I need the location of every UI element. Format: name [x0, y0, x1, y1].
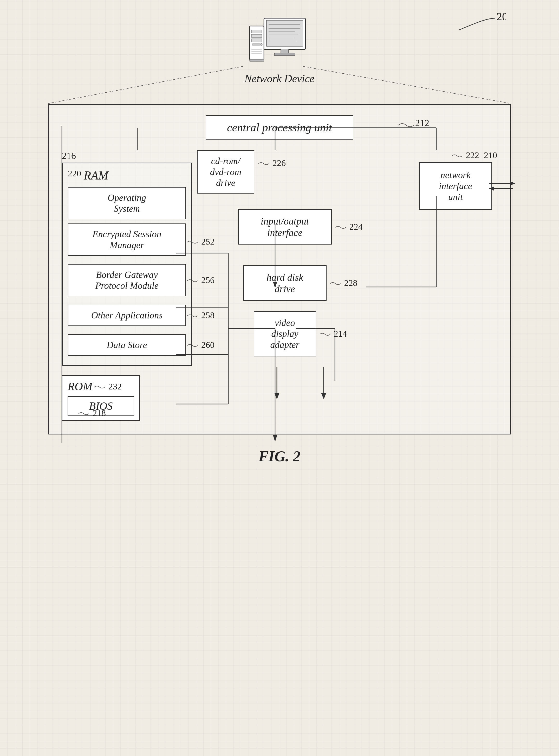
- os-box: OperatingSystem: [68, 187, 186, 219]
- body-section: 216 220 RAM OperatingSystem: [62, 150, 497, 421]
- ref-232-wavy: [94, 384, 107, 390]
- ref-224-wavy: [335, 224, 349, 230]
- computer-icon: [248, 16, 311, 70]
- ref-214-wavy: [320, 331, 333, 337]
- arrow-down-right: [316, 367, 332, 401]
- network-device-container: Network Device: [244, 16, 314, 85]
- svg-marker-29: [489, 187, 494, 191]
- ref-224-text: 224: [350, 222, 363, 232]
- ref-228-text: 228: [344, 278, 358, 288]
- ref-220-text: 220: [68, 169, 81, 178]
- network-device-label: Network Device: [244, 72, 314, 85]
- svg-marker-25: [321, 393, 326, 399]
- cpu-label: central processing unit: [227, 121, 332, 134]
- ref-222-wavy-top: [452, 152, 465, 158]
- ref-226-text: 226: [272, 158, 286, 168]
- svg-marker-23: [274, 393, 280, 399]
- ref-216-container: 216: [62, 150, 187, 161]
- esm-box: Encrypted SessionManager: [68, 223, 186, 256]
- ref-222-top-text: 222: [466, 150, 479, 160]
- ref-216-text: 216: [62, 151, 76, 161]
- oa-box: Other Applications: [68, 305, 186, 326]
- svg-rect-11: [251, 30, 262, 33]
- ref-218-text: 218: [93, 408, 106, 418]
- ram-label-row: 220 RAM: [68, 169, 186, 182]
- vda-area: videodisplayadapter 214: [254, 311, 347, 357]
- ref-200-arrow-svg: 200: [448, 13, 506, 31]
- ref-214-container: 214: [320, 329, 347, 339]
- cpu-section: central processing unit 212: [62, 115, 497, 140]
- ref-224-container: 224: [335, 222, 363, 232]
- svg-rect-13: [251, 39, 262, 42]
- svg-line-20: [48, 66, 243, 104]
- io-box: input/outputinterface: [238, 209, 332, 244]
- ref-212-container: 212: [398, 117, 429, 131]
- svg-rect-12: [251, 34, 262, 38]
- io-label: input/outputinterface: [261, 216, 309, 238]
- rom-box: ROM 232 BIOS: [62, 375, 140, 421]
- ref-214-text: 214: [334, 329, 347, 339]
- os-label: OperatingSystem: [108, 193, 146, 214]
- page-container: 200: [32, 10, 527, 465]
- cdrom-label: cd-rom/dvd-romdrive: [210, 156, 242, 188]
- vda-label: videodisplayadapter: [270, 318, 299, 350]
- ref-210-text: 210: [484, 150, 497, 160]
- ref-226-container: 226: [259, 158, 286, 168]
- ref-222-210-row: 222 210: [452, 150, 497, 160]
- bgp-label: Border GatewayProtocol Module: [95, 269, 159, 291]
- cdrom-area: cd-rom/dvd-romdrive 226: [197, 150, 286, 194]
- diagram-wrapper: central processing unit 212 216: [48, 104, 511, 434]
- niu-container: networkinterfaceunit: [419, 162, 492, 210]
- oa-row: Other Applications 258: [68, 301, 186, 330]
- rom-section: ROM 232 BIOS: [62, 375, 187, 421]
- arrow-down-left: [269, 367, 285, 401]
- ref-218-container: 218: [79, 408, 106, 418]
- ram-box: 220 RAM OperatingSystem Encrypted Sessio…: [62, 163, 192, 366]
- rom-label: ROM: [68, 380, 92, 393]
- vda-box: videodisplayadapter: [254, 311, 316, 357]
- ref-218-wavy: [79, 410, 91, 416]
- svg-rect-1: [267, 20, 303, 46]
- cpu-box: central processing unit: [206, 115, 353, 140]
- ref-228-wavy: [330, 280, 343, 286]
- col-right: 222 210 networkinterfaceunit: [414, 150, 497, 421]
- ref-212-wavy: 212: [398, 117, 429, 130]
- oa-label: Other Applications: [91, 310, 162, 321]
- fig-label: FIG. 2: [259, 448, 300, 465]
- ref-226-wavy: [259, 160, 271, 166]
- bgp-row: Border GatewayProtocol Module 256: [68, 260, 186, 301]
- ref-222-top: 222: [452, 150, 479, 160]
- bios-box: BIOS 218: [68, 396, 134, 416]
- ref-232-container: 232: [94, 382, 122, 391]
- cdrom-box: cd-rom/dvd-romdrive: [197, 150, 254, 194]
- ref-232-text: 232: [108, 382, 122, 391]
- svg-point-15: [260, 43, 262, 45]
- diagram-content: central processing unit 212 216: [48, 104, 511, 434]
- ram-label: RAM: [84, 169, 108, 182]
- niu-box: networkinterfaceunit: [419, 162, 492, 210]
- top-section: 200: [48, 10, 511, 104]
- svg-marker-27: [510, 181, 515, 186]
- niu-arrows-svg: [489, 178, 523, 194]
- ds-box: Data Store: [68, 334, 186, 355]
- rom-label-row: ROM 232: [68, 380, 134, 393]
- esm-label: Encrypted SessionManager: [93, 229, 161, 250]
- bgp-box: Border GatewayProtocol Module: [68, 264, 186, 296]
- col-left: 216 220 RAM OperatingSystem: [62, 150, 187, 421]
- bottom-arrows: [269, 367, 332, 401]
- ref-228-container: 228: [330, 278, 358, 288]
- col-mid: cd-rom/dvd-romdrive 226 input/outputint: [197, 150, 404, 421]
- io-area: input/outputinterface 224: [238, 209, 363, 244]
- svg-line-21: [303, 66, 511, 104]
- hdd-label: hard diskdrive: [267, 272, 303, 294]
- svg-rect-19: [250, 59, 264, 61]
- hdd-box: hard diskdrive: [243, 265, 327, 301]
- hdd-area: hard diskdrive 228: [243, 265, 358, 301]
- esm-row: Encrypted SessionManager 252: [68, 223, 186, 260]
- svg-marker-48: [273, 435, 277, 442]
- ref-200-label: 200: [448, 13, 506, 32]
- ds-label: Data Store: [107, 340, 147, 350]
- ds-row: Data Store 260: [68, 330, 186, 360]
- svg-rect-14: [252, 44, 260, 45]
- ref-212-text: 212: [415, 118, 429, 128]
